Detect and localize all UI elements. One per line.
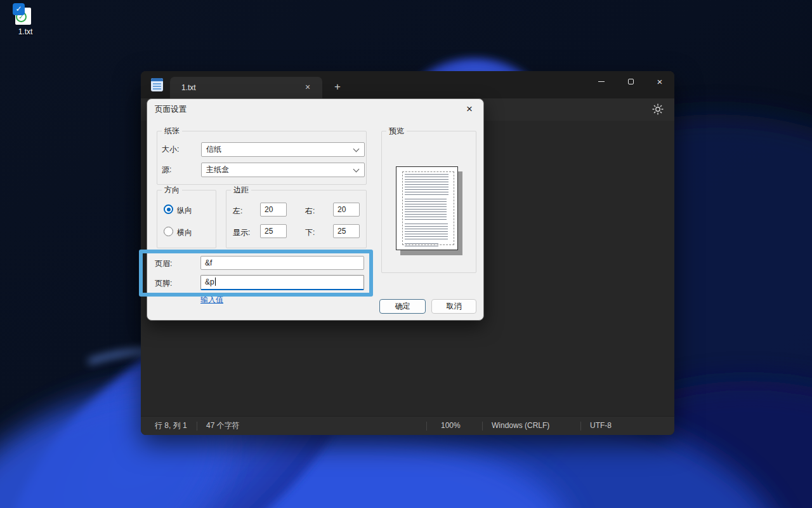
margin-left-label: 左: [233,206,242,217]
dialog-title: 页面设置 [155,104,187,115]
maximize-button[interactable] [616,71,645,91]
desktop: ✓ ✓ 1.txt 1.txt × + × [0,0,812,508]
margin-left-input[interactable] [260,203,287,217]
portrait-label: 纵向 [177,205,192,216]
settings-button[interactable] [652,103,664,116]
margin-right-label: 右: [305,206,315,217]
encoding[interactable]: UTF-8 [590,417,612,435]
preview-group: 预览 [381,131,476,273]
annotation-highlight [139,250,373,297]
paper-size-label: 大小: [162,144,179,155]
new-tab-button[interactable]: + [330,77,345,98]
orientation-legend: 方向 [162,185,182,195]
ok-button[interactable]: 确定 [379,299,426,314]
margin-bottom-input[interactable] [333,224,360,238]
titlebar[interactable]: 1.txt × + × [141,71,674,98]
paper-source-label: 源: [162,164,171,175]
char-count: 47 个字符 [206,417,240,435]
margins-legend: 边距 [231,185,251,195]
gear-icon [652,103,664,116]
orientation-group: 方向 纵向 横向 [157,190,216,248]
paper-source-value: 主纸盒 [206,165,229,174]
selected-check-badge-icon: ✓ [13,3,25,15]
portrait-radio[interactable] [164,204,173,214]
zoom-level[interactable]: 100% [441,417,461,435]
close-button[interactable]: × [645,71,674,91]
desktop-icon-label: 1.txt [5,27,46,36]
maximize-icon [628,79,634,84]
landscape-radio[interactable] [164,227,173,236]
preview-margin-outline [402,171,454,245]
line-ending[interactable]: Windows (CRLF) [492,417,549,435]
dialog-close-button[interactable]: × [461,102,478,117]
margin-top-label: 显示: [233,227,250,238]
paper-legend: 纸张 [162,126,182,136]
preview-legend: 预览 [386,126,407,136]
chevron-down-icon [353,146,360,152]
cancel-button[interactable]: 取消 [431,299,476,314]
tab-close-icon[interactable]: × [301,81,315,94]
paper-group: 纸张 大小: 信纸 源: 主纸盒 [157,131,367,185]
margin-right-input[interactable] [333,203,360,217]
margin-top-input[interactable] [260,224,287,238]
statusbar-divider [580,422,581,431]
paper-size-value: 信纸 [206,145,221,154]
cursor-position: 行 8, 列 1 [155,417,187,435]
tab-1txt[interactable]: 1.txt × [170,77,322,98]
notepad-app-icon [151,78,163,91]
tab-title: 1.txt [181,77,196,98]
statusbar-divider [482,422,483,431]
minimize-icon [598,81,605,82]
statusbar-divider [197,422,197,431]
landscape-label: 横向 [177,227,192,238]
chevron-down-icon [353,166,360,173]
desktop-icon-1txt[interactable]: ✓ ✓ 1.txt [5,3,46,41]
margin-bottom-label: 下: [305,227,315,238]
close-icon: × [657,77,663,86]
statusbar-divider [426,422,427,431]
preview-page-thumbnail [396,166,458,250]
paper-size-dropdown[interactable]: 信纸 [201,142,365,157]
paper-source-dropdown[interactable]: 主纸盒 [201,163,365,177]
statusbar: 行 8, 列 1 47 个字符 100% Windows (CRLF) UTF-… [141,416,674,435]
minimize-button[interactable] [587,71,616,91]
margins-group: 边距 左: 右: 显示: 下: [226,190,367,248]
